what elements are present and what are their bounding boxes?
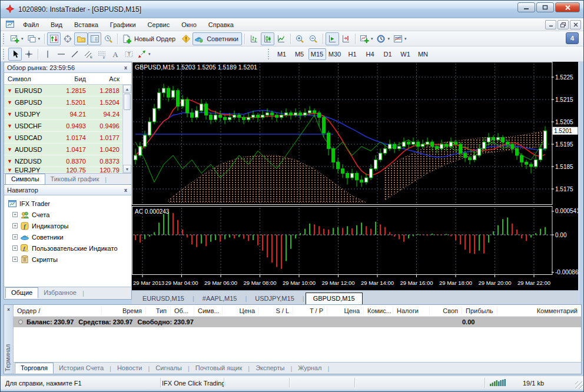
market-watch-row[interactable]: ▼EURJPY120.75120.79 — [4, 167, 131, 173]
terminal-column-Комментарий[interactable]: Комментарий — [497, 307, 581, 314]
expand-plus-icon[interactable]: + — [12, 257, 18, 262]
horizontal-line-button[interactable] — [54, 48, 68, 61]
terminal-column-Время[interactable]: Время — [102, 307, 146, 314]
menu-item-Вид[interactable]: Вид — [45, 19, 68, 30]
market-watch-button[interactable] — [47, 32, 61, 45]
close-icon[interactable]: x — [5, 306, 12, 313]
menu-item-Графики[interactable]: Графики — [104, 19, 142, 30]
column-symbol[interactable]: Символ — [4, 75, 56, 82]
menu-item-Вставка[interactable]: Вставка — [68, 19, 104, 30]
terminal-tab-5[interactable]: Почтовый ящик — [190, 363, 247, 373]
child-minimize-button[interactable] — [545, 20, 556, 29]
market-watch-row[interactable]: ▼USDCHF0.94930.9496 — [4, 120, 131, 132]
terminal-column-Ордер /[interactable]: Ордер / — [14, 307, 102, 314]
notifications-badge[interactable]: 4 — [566, 32, 579, 44]
terminal-tab-4[interactable]: Сигналы — [150, 363, 187, 373]
market-watch-row[interactable]: ▼NZDUSD0.83700.8373 — [4, 155, 131, 167]
cursor-button[interactable] — [8, 48, 22, 61]
text-label-button[interactable]: T — [122, 48, 135, 61]
navigator-item-Индикаторы[interactable]: +fИндикаторы — [6, 220, 131, 231]
new-chart-button[interactable]: ▾ — [8, 32, 25, 45]
terminal-column-Прибыль[interactable]: Прибыль — [462, 307, 497, 314]
navigator-item-Счета[interactable]: +Счета — [6, 209, 131, 220]
expand-plus-icon[interactable]: + — [12, 212, 18, 217]
minimize-button[interactable] — [517, 2, 535, 12]
navigator-root[interactable]: IFX Trader — [6, 198, 131, 209]
crosshair-button[interactable] — [22, 48, 35, 61]
terminal-tab-3[interactable]: Новости — [112, 363, 148, 373]
close-icon[interactable]: x — [123, 65, 128, 71]
navigator-item-Пользовательские Индикато[interactable]: +fПользовательские Индикато — [6, 242, 131, 254]
expand-plus-icon[interactable]: + — [12, 234, 18, 240]
market-watch-tab-1[interactable]: Символы — [5, 174, 45, 185]
data-window-button[interactable] — [61, 32, 74, 45]
chevron-down-icon[interactable]: ▾ — [387, 36, 390, 41]
scrollbar-thumb[interactable] — [124, 94, 131, 110]
trendline-button[interactable] — [68, 48, 81, 61]
chart-scrollbar[interactable] — [578, 62, 582, 304]
line-chart-button[interactable] — [274, 32, 288, 45]
zoom-out-button[interactable] — [307, 32, 320, 45]
navigator-tab-2[interactable]: Избранное — [38, 288, 82, 298]
chart-tab-2[interactable]: #AAPL,M15 — [195, 293, 244, 304]
terminal-tab-6[interactable]: Эксперты — [250, 363, 290, 373]
market-watch-row[interactable]: ▼USDCAD1.01741.0177 — [4, 132, 131, 144]
vertical-line-button[interactable] — [41, 48, 54, 61]
child-restore-button[interactable] — [558, 20, 569, 29]
market-watch-row[interactable]: ▼GBPUSD1.52011.5204 — [4, 97, 131, 108]
column-bid[interactable]: Бид — [56, 75, 89, 82]
candlestick-button[interactable] — [261, 32, 274, 45]
bar-chart-button[interactable] — [247, 32, 261, 45]
price-chart[interactable]: 1.52251.52151.52051.51951.51851.51751.52… — [132, 62, 578, 290]
terminal-column-Симв...[interactable]: Симв... — [194, 307, 223, 314]
chevron-down-icon[interactable]: ▾ — [38, 36, 41, 41]
template-button[interactable]: ▾ — [391, 32, 409, 45]
menu-item-Сервис[interactable]: Сервис — [142, 19, 176, 30]
expand-plus-icon[interactable]: + — [12, 223, 18, 228]
chevron-down-icon[interactable]: ▾ — [148, 52, 151, 57]
market-watch-row[interactable]: ▼EURUSD1.28151.2818 — [4, 85, 131, 97]
menu-item-Справка[interactable]: Справка — [203, 19, 240, 30]
terminal-column-T / P[interactable]: T / P — [293, 307, 327, 314]
terminal-column-Цена[interactable]: Цена — [327, 307, 364, 314]
terminal-column-S / L[interactable]: S / L — [259, 307, 293, 314]
terminal-column-Цена[interactable]: Цена — [223, 307, 259, 314]
new-order-button[interactable]: Новый Ордер — [120, 32, 179, 45]
toolbar-grip[interactable] — [3, 34, 6, 44]
chevron-down-icon[interactable]: ▾ — [371, 36, 373, 41]
terminal-column-Об...[interactable]: Об... — [171, 307, 194, 314]
market-watch-tab-2[interactable]: Тиковый график — [45, 174, 105, 184]
column-ask[interactable]: Аск — [89, 75, 123, 82]
navigator-item-Советники[interactable]: +Советники — [6, 231, 131, 242]
terminal-column-Налоги[interactable]: Налоги — [393, 307, 430, 314]
terminal-column-Тип[interactable]: Тип — [146, 307, 171, 314]
strategy-tester-button[interactable] — [101, 32, 115, 45]
market-watch-scrollbar[interactable]: ▲ ▼ — [122, 85, 131, 173]
chart-tab-1[interactable]: EURUSD,M15 — [135, 293, 191, 304]
terminal-tab-2[interactable]: История Счета — [54, 363, 109, 373]
arrows-button[interactable]: ▾ — [135, 48, 152, 61]
navigator-item-Скрипты[interactable]: +Скрипты — [6, 254, 131, 265]
terminal-tab-1[interactable]: Торговля — [15, 363, 54, 374]
timeframe-W1[interactable]: W1 — [397, 48, 414, 60]
zoom-in-button[interactable] — [293, 32, 307, 45]
terminal-column-Своп[interactable]: Своп — [430, 307, 462, 314]
fibonacci-button[interactable]: F — [95, 48, 108, 61]
chevron-down-icon[interactable]: ▾ — [21, 36, 24, 41]
toolbar-grip[interactable] — [268, 49, 271, 59]
child-close-button[interactable] — [570, 20, 581, 29]
text-button[interactable]: A — [108, 48, 122, 61]
timeframe-H4[interactable]: H4 — [361, 48, 379, 60]
market-watch-row[interactable]: ▼AUDUSD1.04171.0420 — [4, 144, 131, 155]
periods-button[interactable]: ▾ — [374, 32, 391, 45]
menu-item-Окно[interactable]: Окно — [175, 19, 203, 30]
chevron-down-icon[interactable]: ▾ — [404, 36, 407, 41]
balance-row[interactable]: Баланс: 230.97 Средства: 230.97 Свободно… — [14, 317, 581, 327]
auto-scroll-button[interactable] — [326, 32, 339, 45]
chart-tab-4[interactable]: GBPUSD,M15 — [306, 293, 363, 304]
timeframe-M1[interactable]: M1 — [273, 48, 291, 60]
terminal-toggle-button[interactable] — [88, 32, 101, 45]
close-icon[interactable]: x — [123, 187, 128, 193]
chart-tab-3[interactable]: USDJPY,M15 — [248, 293, 301, 304]
indicators-button[interactable]: ▾ — [358, 32, 375, 45]
